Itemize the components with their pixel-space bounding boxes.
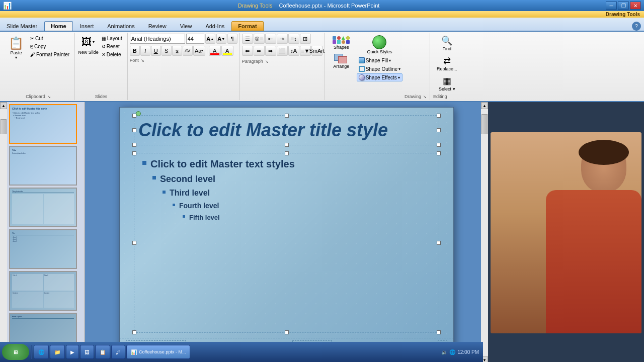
resize-handle-bl[interactable] xyxy=(132,143,136,147)
cut-button[interactable]: ✂ Cut xyxy=(28,35,71,42)
start-button[interactable]: ⊞ xyxy=(2,344,29,360)
font-size-input[interactable] xyxy=(186,34,204,44)
slide-thumb-2[interactable]: Title Content placeholder xyxy=(9,146,77,186)
bold-button[interactable]: B xyxy=(130,46,140,56)
clear-formatting-button[interactable]: ¶ xyxy=(227,34,237,44)
numbering-button[interactable]: ①≡ xyxy=(254,34,265,44)
help-button[interactable]: ? xyxy=(632,22,641,31)
clipboard-expand[interactable]: ↘ xyxy=(47,95,51,99)
decrease-indent-button[interactable]: ⇤ xyxy=(265,34,276,44)
content-handle-bl[interactable] xyxy=(132,330,136,334)
resize-handle-tr[interactable] xyxy=(437,114,441,118)
title-textbox[interactable]: Click to edit Master title style xyxy=(134,115,439,145)
quick-styles-button[interactable]: Quick Styles xyxy=(357,34,403,56)
resize-handle-br[interactable] xyxy=(437,143,441,147)
line-spacing-button[interactable]: ≡↕ xyxy=(288,34,299,44)
tab-animations[interactable]: Animations xyxy=(101,21,141,31)
strikethrough-button[interactable]: S xyxy=(162,46,172,56)
replace-button[interactable]: ⇄ Replace... xyxy=(433,54,461,73)
right-scroll-up[interactable]: ▲ xyxy=(481,102,488,109)
reset-icon: ↺ xyxy=(102,44,106,49)
bullet-l5 xyxy=(183,215,185,218)
taskbar-app2-button[interactable]: 📋 xyxy=(95,345,110,359)
italic-button[interactable]: I xyxy=(140,46,150,56)
restore-button[interactable]: ❐ xyxy=(618,2,629,10)
drawing-expand[interactable]: ↘ xyxy=(423,95,427,99)
resize-handle-ml[interactable] xyxy=(132,128,136,132)
decrease-font-size-button[interactable]: A▼ xyxy=(216,34,226,44)
increase-indent-button[interactable]: ⇥ xyxy=(277,34,288,44)
resize-handle-tm[interactable] xyxy=(285,114,289,118)
font-name-input[interactable] xyxy=(130,34,185,44)
content-handle-tm[interactable] xyxy=(285,151,289,155)
minimize-button[interactable]: ─ xyxy=(606,2,617,10)
font-expand[interactable]: ↘ xyxy=(141,58,144,63)
align-right-button[interactable]: ➡ xyxy=(265,46,276,56)
char-spacing-button[interactable]: AV xyxy=(183,46,193,56)
scroll-up-arrow[interactable]: ▲ xyxy=(0,102,7,109)
text-direction-button[interactable]: ↕A xyxy=(288,46,299,56)
tab-view[interactable]: View xyxy=(174,21,199,31)
scroll-thumb[interactable] xyxy=(1,119,7,134)
underline-button[interactable]: U xyxy=(151,46,161,56)
content-handle-bm[interactable] xyxy=(285,330,289,334)
increase-font-size-button[interactable]: A▲ xyxy=(205,34,215,44)
content-handle-tr[interactable] xyxy=(437,151,441,155)
shape-outline-button[interactable]: Shape Outline ▾ xyxy=(357,65,403,73)
arrange-button[interactable]: Arrange xyxy=(330,52,353,70)
shapes-button[interactable]: Shapes xyxy=(328,34,355,51)
align-center-button[interactable]: ⬌ xyxy=(254,46,265,56)
columns-button[interactable]: ⊞ xyxy=(300,34,311,44)
content-handle-br[interactable] xyxy=(437,330,441,334)
tab-review[interactable]: Review xyxy=(142,21,173,31)
shadow-button[interactable]: s xyxy=(172,46,182,56)
content-handle-mr[interactable] xyxy=(437,241,441,245)
taskbar-media-button[interactable]: ▶ xyxy=(66,345,79,359)
paste-button[interactable]: 📋 Paste ▾ xyxy=(5,35,27,61)
slide-thumb-5[interactable]: Title 1 Title 2 Content Content xyxy=(9,271,77,311)
content-handle-ml[interactable] xyxy=(132,241,136,245)
delete-button[interactable]: ✕ Delete xyxy=(100,51,124,58)
slide-thumb-4[interactable]: Title • Item 1• Item 2• Item 3 xyxy=(9,229,77,269)
tab-insert[interactable]: Insert xyxy=(73,21,101,31)
taskbar-ie-button[interactable]: 🌐 xyxy=(34,345,49,359)
justify-button[interactable]: ⬜ xyxy=(277,46,288,56)
font-color-button[interactable]: A xyxy=(209,46,221,56)
bullets-button[interactable]: ☰ xyxy=(242,34,253,44)
shape-effects-button[interactable]: Shape Effects ▾ xyxy=(357,73,403,81)
right-scroll-thumb[interactable] xyxy=(481,114,488,134)
text-highlight-button[interactable]: A xyxy=(221,46,233,56)
content-handle-tl[interactable] xyxy=(132,151,136,155)
align-left-button[interactable]: ⬅ xyxy=(242,46,253,56)
tab-home[interactable]: Home xyxy=(44,21,73,31)
taskbar-sep-1 xyxy=(31,345,32,359)
taskbar-powerpoint-button[interactable]: 📊 Coffeehouse.pptx - M... xyxy=(126,345,190,359)
tab-add-ins[interactable]: Add-Ins xyxy=(199,21,231,31)
taskbar-app1-button[interactable]: 🖼 xyxy=(80,345,94,359)
new-slide-button[interactable]: 🖼 ▾ xyxy=(79,35,97,49)
slide-thumb-3[interactable]: Title placeholder xyxy=(9,188,77,227)
tab-slide-master[interactable]: Slide Master xyxy=(0,21,44,31)
smartart-button[interactable]: SmArt xyxy=(311,46,323,56)
rotate-handle[interactable] xyxy=(136,111,141,116)
resize-handle-bm[interactable] xyxy=(285,143,289,147)
slide-thumb-1[interactable]: Click to edit Master title style • Click… xyxy=(9,104,77,144)
app3-icon: 🖊 xyxy=(116,349,121,355)
copy-button[interactable]: ⎘ Copy xyxy=(28,43,71,50)
find-button[interactable]: 🔍 Find xyxy=(433,34,461,53)
close-button[interactable]: ✕ xyxy=(630,2,641,10)
resize-handle-mr[interactable] xyxy=(437,128,441,132)
select-button[interactable]: ▦ Select ▾ xyxy=(433,74,461,93)
paragraph-expand[interactable]: ↘ xyxy=(265,59,269,64)
taskbar-right: 🔉 🌐 12:00 PM xyxy=(441,349,481,355)
tab-format[interactable]: Format xyxy=(231,21,263,31)
slide-canvas[interactable]: Click to edit Master title style Click t… xyxy=(119,107,454,358)
taskbar-folder-button[interactable]: 📁 xyxy=(50,345,65,359)
layout-button[interactable]: ▦ Layout xyxy=(100,35,124,42)
change-case-button[interactable]: Aa▾ xyxy=(193,46,205,56)
taskbar-app3-button[interactable]: 🖊 xyxy=(111,345,125,359)
format-painter-button[interactable]: 🖌 Format Painter xyxy=(28,51,71,58)
shape-fill-button[interactable]: Shape Fill ▾ xyxy=(357,56,403,64)
reset-button[interactable]: ↺ Reset xyxy=(100,43,124,50)
content-textbox[interactable]: Click to edit Master text styles Second … xyxy=(134,153,439,333)
